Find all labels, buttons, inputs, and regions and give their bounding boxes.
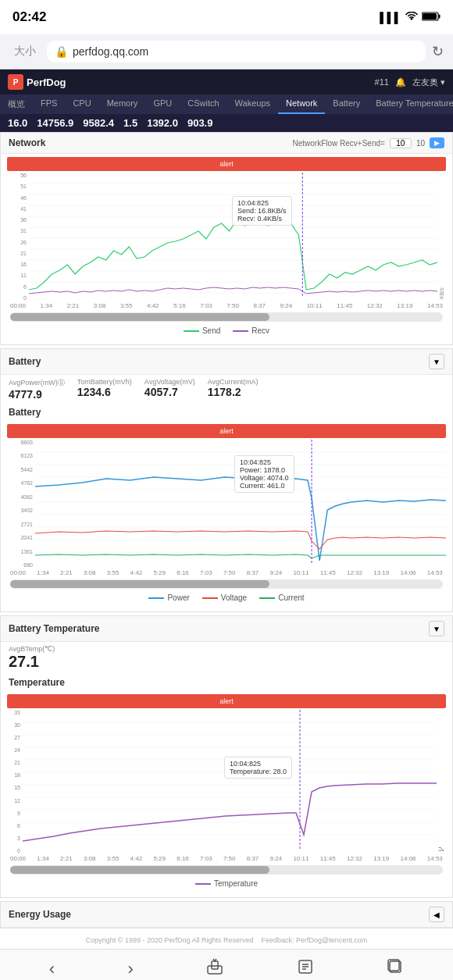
battery-power-value: 4777.9: [9, 388, 65, 401]
metric-cpu: 14756.9: [37, 117, 73, 129]
battery-icon: [422, 12, 441, 23]
perfdog-session-id: #11: [375, 77, 389, 87]
perfdog-header-right: #11 🔔 左友奥 ▾: [375, 77, 445, 88]
battery-temp-section-header: Battery Temperature ▼: [1, 616, 452, 642]
perfdog-logo: P PerfDog: [8, 74, 66, 90]
battery-sub-metrics: AvgPower(mW)⓪ 4777.9 TomBattery(mVh) 123…: [1, 375, 452, 404]
network-minutes-input[interactable]: [390, 138, 412, 148]
tab-gpu[interactable]: GPU: [145, 94, 180, 114]
battery-tombattery-label: TomBattery(mVh): [77, 378, 132, 386]
battery-power-metric: AvgPower(mW)⓪ 4777.9: [9, 378, 65, 401]
battery-section-header: Battery ▼: [1, 349, 452, 375]
battery-temp-avg-value: 27.1: [9, 653, 55, 671]
network-scrollbar[interactable]: [10, 312, 443, 322]
nav-bookmarks-button[interactable]: [297, 958, 314, 980]
status-icons: ▌▌▌: [380, 12, 441, 23]
network-legend-recv: Recv: [233, 326, 269, 335]
svg-rect-1: [423, 13, 437, 20]
wifi-icon: [405, 12, 418, 23]
battery-temp-collapse-button[interactable]: ▼: [429, 621, 444, 636]
send-legend-label: Send: [202, 326, 220, 335]
battery-legend-power: Power: [148, 593, 189, 602]
tab-wakeups[interactable]: Wakeups: [227, 94, 278, 114]
energy-section-title: Energy Usage: [9, 909, 71, 920]
browser-bar: 大小 🔒 perfdog.qq.com ↻: [0, 34, 453, 69]
recv-legend-label: Recv: [251, 326, 269, 335]
current-legend-label: Current: [278, 593, 304, 602]
battery-voltage-label: AvgVoltage(mV): [144, 378, 195, 386]
tab-fps[interactable]: FPS: [33, 94, 65, 114]
battery-section: Battery ▼ AvgPower(mW)⓪ 4777.9 TomBatter…: [0, 348, 453, 612]
send-legend-line: [184, 330, 199, 332]
network-legend-send: Send: [184, 326, 220, 335]
nav-forward-button[interactable]: ›: [128, 959, 134, 979]
perfdog-app: P PerfDog #11 🔔 左友奥 ▾ 概览 FPS CPU Memory …: [0, 69, 453, 949]
battery-temp-sub-metrics: AvgBTemp(℃) 27.1: [1, 642, 452, 674]
battery-temp-legend: Temperature: [7, 876, 446, 891]
temp-legend-line: [195, 883, 211, 885]
battery-power-label: AvgPower(mW)⓪: [9, 378, 65, 388]
tab-battery-temp[interactable]: Battery Temperature: [368, 94, 453, 114]
battery-temp-alert-bar: alert: [7, 694, 446, 708]
tab-memory[interactable]: Memory: [99, 94, 146, 114]
metric-memory: 9582.4: [83, 117, 114, 129]
network-chart-svg: [29, 173, 437, 298]
battery-temp-chart-wrapper: 33302724211815129630: [7, 710, 446, 853]
svg-rect-37: [208, 966, 222, 974]
network-section-header: Network NetworkFlow Recv+Send= 10 ▶: [1, 133, 452, 154]
power-legend-label: Power: [167, 593, 189, 602]
tab-cswitch[interactable]: CSwitch: [180, 94, 226, 114]
browser-url-box[interactable]: 🔒 perfdog.qq.com: [47, 41, 426, 62]
battery-tombattery-metric: TomBattery(mVh) 1234.6: [77, 378, 132, 401]
battery-temp-time-axis: 00:001:342:213:083:554:425:296:167:037:5…: [7, 853, 446, 864]
battery-temp-chart-svg-container: 10:04:825 Temperature: 28.0: [23, 710, 437, 853]
battery-temp-y-axis: 33302724211815129630: [7, 710, 23, 853]
perfdog-bell-icon: 🔔: [395, 77, 406, 87]
battery-temp-chart-title: Temperature: [1, 674, 452, 691]
battery-temp-alert-text: alert: [219, 697, 234, 705]
tab-cpu[interactable]: CPU: [65, 94, 98, 114]
battery-chart-title: Battery: [1, 404, 452, 421]
tab-battery[interactable]: Battery: [325, 94, 368, 114]
battery-voltage-value: 4057.7: [144, 386, 195, 398]
battery-legend: Power Voltage Current: [7, 590, 446, 605]
battery-current-label: AvgCurrent(mA): [208, 378, 259, 386]
perfdog-logo-icon: P: [8, 74, 23, 90]
battery-temp-avg-metric: AvgBTemp(℃) 27.1: [9, 645, 55, 671]
browser-refresh-button[interactable]: ↻: [432, 43, 444, 60]
temp-legend-item: Temperature: [195, 879, 258, 888]
battery-chart-svg: [35, 440, 446, 565]
network-apply-button[interactable]: ▶: [430, 137, 444, 148]
network-y-unit: KB/s: [437, 173, 446, 301]
battery-temp-scrollbar[interactable]: [10, 865, 443, 875]
battery-legend-voltage: Voltage: [202, 593, 247, 602]
footer-copyright: Copyright © 1999 - 2020 PerfDog All Righ…: [86, 936, 254, 944]
nav-share-button[interactable]: [206, 958, 223, 980]
perfdog-tabs[interactable]: 概览 FPS CPU Memory GPU CSwitch Wakeups Ne…: [0, 94, 453, 114]
status-bar: 02:42 ▌▌▌: [0, 0, 453, 34]
battery-voltage-metric: AvgVoltage(mV) 4057.7: [144, 378, 195, 401]
signal-icon: ▌▌▌: [380, 12, 401, 23]
tab-overview[interactable]: 概览: [0, 94, 33, 114]
network-scrollbar-thumb[interactable]: [10, 313, 269, 321]
battery-scrollbar[interactable]: [10, 579, 443, 589]
perfdog-footer: Copyright © 1999 - 2020 PerfDog All Righ…: [0, 932, 453, 949]
battery-collapse-button[interactable]: ▼: [429, 354, 444, 369]
current-legend-line: [259, 597, 275, 599]
browser-url: perfdog.qq.com: [73, 45, 148, 58]
recv-legend-line: [233, 330, 248, 332]
voltage-legend-line: [202, 597, 218, 599]
network-section-controls: NetworkFlow Recv+Send= 10 ▶: [292, 137, 444, 148]
svg-rect-36: [212, 961, 218, 969]
tab-network[interactable]: Network: [278, 94, 325, 114]
voltage-legend-label: Voltage: [221, 593, 247, 602]
battery-temp-scrollbar-thumb[interactable]: [10, 866, 269, 874]
energy-collapse-button[interactable]: ◀: [429, 907, 444, 922]
battery-time-axis: 00:001:342:213:083:554:425:296:167:037:5…: [7, 568, 446, 578]
svg-rect-2: [439, 14, 441, 18]
nav-tabs-button[interactable]: [387, 958, 404, 980]
nav-back-button[interactable]: ‹: [49, 959, 55, 979]
perfdog-metrics-bar: 16.0 14756.9 9582.4 1.5 1392.0 903.9: [0, 114, 453, 132]
battery-scrollbar-thumb[interactable]: [10, 580, 269, 588]
network-section-title: Network: [9, 137, 45, 148]
